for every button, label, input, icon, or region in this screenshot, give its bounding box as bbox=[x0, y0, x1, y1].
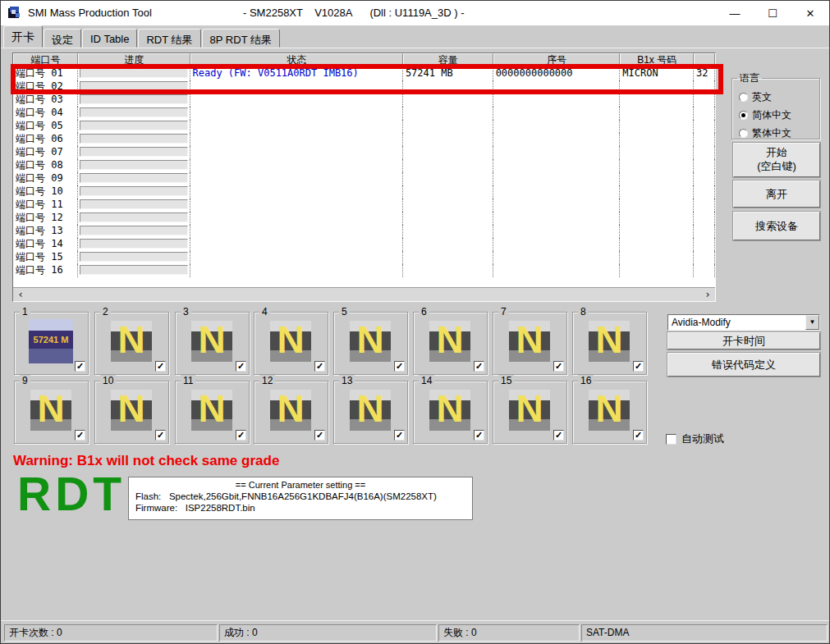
card-time-button[interactable]: 开卡时间 bbox=[667, 332, 820, 349]
table-row[interactable]: 端口号 11 bbox=[13, 199, 715, 212]
radio-icon[interactable] bbox=[739, 111, 748, 120]
tab-1[interactable]: 设定 bbox=[44, 29, 81, 48]
cell-status bbox=[190, 94, 403, 107]
table-row[interactable]: 端口号 01Ready (FW: V0511A0RDT IMB16)57241 … bbox=[13, 67, 715, 80]
auto-test-row: 自动测试 bbox=[666, 432, 724, 446]
table-row[interactable]: 端口号 09 bbox=[13, 172, 715, 185]
table-row[interactable]: 端口号 10 bbox=[13, 185, 715, 199]
exit-button[interactable]: 离开 bbox=[733, 180, 820, 208]
slot-enable-checkbox[interactable]: ✓ bbox=[474, 361, 484, 372]
column-header-3[interactable]: 容量 bbox=[403, 53, 493, 67]
table-row[interactable]: 端口号 06 bbox=[13, 133, 715, 146]
slot-enable-checkbox[interactable]: ✓ bbox=[553, 361, 564, 372]
cell-capacity bbox=[403, 225, 493, 238]
device-slot-5: 5N✓ bbox=[333, 312, 408, 375]
cell-status: Ready (FW: V0511A0RDT IMB16) bbox=[190, 67, 403, 80]
table-row[interactable]: 端口号 13 bbox=[13, 225, 715, 238]
cell-b1x bbox=[694, 185, 715, 199]
no-device-icon: N bbox=[191, 321, 232, 362]
slot-enable-checkbox[interactable]: ✓ bbox=[633, 361, 644, 372]
device-slot-10: 10N✓ bbox=[94, 381, 169, 444]
device-slot-number: 12 bbox=[259, 375, 275, 386]
device-slot-number: 5 bbox=[339, 306, 350, 317]
progress-bar bbox=[80, 252, 188, 262]
slot-enable-checkbox[interactable]: ✓ bbox=[155, 361, 166, 372]
table-row[interactable]: 端口号 12 bbox=[13, 212, 715, 225]
table-row[interactable]: 端口号 04 bbox=[13, 107, 715, 120]
close-button[interactable]: ✕ bbox=[791, 1, 829, 25]
slot-enable-checkbox[interactable]: ✓ bbox=[236, 430, 246, 441]
tab-3[interactable]: RDT 结果 bbox=[138, 29, 200, 48]
progress-bar bbox=[80, 147, 188, 157]
cell-capacity: 57241 MB bbox=[403, 67, 493, 80]
slot-enable-checkbox[interactable]: ✓ bbox=[553, 430, 564, 441]
table-row[interactable]: 端口号 08 bbox=[13, 159, 715, 172]
auto-test-checkbox[interactable] bbox=[666, 434, 676, 445]
table-row[interactable]: 端口号 03 bbox=[13, 94, 715, 107]
cell-capacity bbox=[403, 146, 493, 159]
slot-enable-checkbox[interactable]: ✓ bbox=[314, 361, 325, 372]
dropdown-arrow-icon[interactable]: ▼ bbox=[805, 315, 819, 330]
language-option-label: 英文 bbox=[752, 90, 772, 104]
column-header-1[interactable]: 进度 bbox=[78, 53, 190, 67]
no-device-icon: N bbox=[191, 390, 232, 431]
cell-port: 端口号 07 bbox=[13, 146, 78, 159]
drive-detected-icon: 57241 M bbox=[29, 319, 73, 363]
slot-enable-checkbox[interactable]: ✓ bbox=[394, 361, 405, 372]
device-slot-number: 4 bbox=[259, 306, 270, 317]
column-header-4[interactable]: 序号 bbox=[493, 53, 621, 67]
cell-status bbox=[190, 264, 403, 277]
minimize-button[interactable]: — bbox=[716, 1, 754, 25]
radio-icon[interactable] bbox=[739, 93, 748, 102]
table-row[interactable]: 端口号 05 bbox=[13, 120, 715, 133]
maximize-button[interactable]: ☐ bbox=[754, 1, 791, 25]
profile-dropdown[interactable]: Avidia-Modify ▼ bbox=[667, 314, 820, 331]
table-row[interactable]: 端口号 16 bbox=[13, 264, 715, 277]
search-device-button[interactable]: 搜索设备 bbox=[733, 212, 820, 240]
column-header-0[interactable]: 端口号 bbox=[13, 53, 78, 67]
device-slot-14: 14N✓ bbox=[413, 381, 488, 444]
error-code-button[interactable]: 错误代码定义 bbox=[667, 353, 820, 377]
tab-2[interactable]: ID Table bbox=[82, 29, 137, 48]
scroll-right-icon[interactable]: › bbox=[700, 288, 715, 301]
column-header-6[interactable] bbox=[694, 53, 715, 67]
table-row[interactable]: 端口号 02 bbox=[13, 80, 715, 94]
table-row[interactable]: 端口号 07 bbox=[13, 146, 715, 159]
language-option-1[interactable]: 简体中文 bbox=[739, 108, 814, 122]
device-slot-number: 8 bbox=[578, 306, 589, 317]
language-option-0[interactable]: 英文 bbox=[739, 90, 814, 104]
column-header-2[interactable]: 状态 bbox=[190, 53, 403, 67]
column-header-5[interactable]: B1x 号码 bbox=[620, 53, 694, 67]
slot-enable-checkbox[interactable]: ✓ bbox=[633, 430, 644, 441]
n-icon-letter: N bbox=[509, 317, 550, 363]
cell-capacity bbox=[403, 185, 493, 199]
device-slot-7: 7N✓ bbox=[493, 312, 567, 375]
cell-progress bbox=[78, 146, 190, 159]
radio-icon[interactable] bbox=[739, 129, 748, 138]
cell-flash_maker bbox=[620, 238, 694, 251]
tab-open-card[interactable]: 开卡 bbox=[3, 25, 43, 48]
cell-capacity bbox=[403, 238, 493, 251]
start-button[interactable]: 开始 (空白键) bbox=[733, 143, 820, 177]
cell-capacity bbox=[403, 107, 493, 120]
tab-4[interactable]: 8P RDT 结果 bbox=[202, 29, 280, 48]
slot-enable-checkbox[interactable]: ✓ bbox=[155, 430, 166, 441]
slot-enable-checkbox[interactable]: ✓ bbox=[314, 430, 325, 441]
slot-enable-checkbox[interactable]: ✓ bbox=[75, 430, 85, 441]
window-subtitle: - SM2258XT V1028A (Dll : U1119A_3D ) - bbox=[243, 7, 465, 19]
n-icon-letter: N bbox=[270, 386, 311, 432]
slot-enable-checkbox[interactable]: ✓ bbox=[236, 361, 246, 372]
slot-enable-checkbox[interactable]: ✓ bbox=[394, 430, 405, 441]
cell-capacity bbox=[403, 199, 493, 212]
slot-enable-checkbox[interactable]: ✓ bbox=[75, 361, 85, 372]
cell-flash_maker bbox=[620, 146, 694, 159]
table-row[interactable]: 端口号 14 bbox=[13, 238, 715, 251]
table-row[interactable]: 端口号 15 bbox=[13, 251, 715, 264]
progress-bar bbox=[80, 186, 188, 196]
horizontal-scrollbar[interactable]: ‹ › bbox=[13, 287, 715, 301]
scroll-left-icon[interactable]: ‹ bbox=[13, 288, 28, 301]
language-option-2[interactable]: 繁体中文 bbox=[739, 126, 814, 140]
cell-progress bbox=[78, 212, 190, 225]
cell-port: 端口号 01 bbox=[13, 67, 78, 80]
slot-enable-checkbox[interactable]: ✓ bbox=[474, 430, 484, 441]
